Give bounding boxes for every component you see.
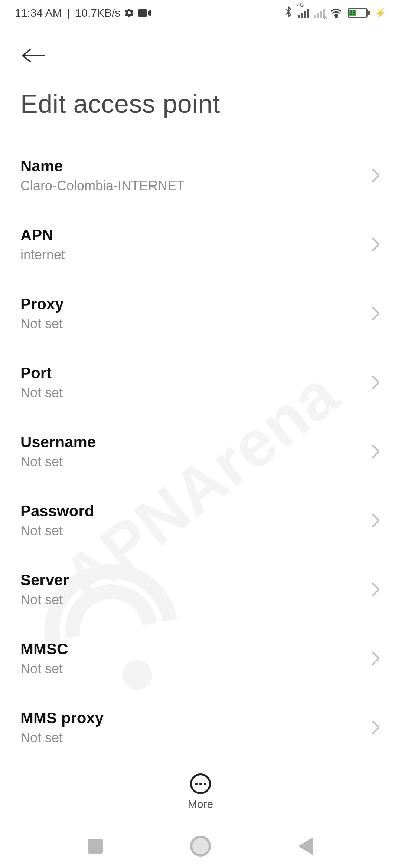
setting-value: internet xyxy=(20,247,65,263)
setting-label: Server xyxy=(20,571,69,589)
setting-item-server[interactable]: Server Not set xyxy=(20,555,381,624)
svg-point-1 xyxy=(335,16,337,18)
signal-sim1-icon: 4G xyxy=(298,8,309,18)
status-bar: 11:34 AM | 10.7KB/s 4G ✕ 38 ⚡ xyxy=(0,0,401,26)
nav-recent-button[interactable] xyxy=(88,839,103,854)
back-button[interactable] xyxy=(20,48,381,63)
bluetooth-icon xyxy=(284,6,293,20)
setting-value: Not set xyxy=(20,592,69,608)
setting-label: Password xyxy=(20,502,94,520)
battery-icon: 38 xyxy=(348,8,370,18)
nav-back-button[interactable] xyxy=(298,837,313,855)
status-separator: | xyxy=(67,7,70,19)
setting-label: APN xyxy=(20,226,65,244)
chevron-right-icon xyxy=(371,237,381,252)
setting-value: Not set xyxy=(20,730,104,746)
status-time: 11:34 AM xyxy=(15,7,62,19)
svg-rect-0 xyxy=(138,9,147,17)
settings-list: Name Claro-Colombia-INTERNET APN interne… xyxy=(0,141,401,762)
chevron-right-icon xyxy=(371,651,381,666)
chevron-right-icon xyxy=(371,582,381,597)
signal-sim2-icon: ✕ xyxy=(314,8,325,18)
gear-icon xyxy=(124,8,134,18)
more-label: More xyxy=(188,798,213,811)
setting-item-name[interactable]: Name Claro-Colombia-INTERNET xyxy=(20,141,381,210)
setting-label: Name xyxy=(20,157,185,175)
chevron-right-icon xyxy=(371,513,381,528)
setting-item-password[interactable]: Password Not set xyxy=(20,486,381,555)
more-icon xyxy=(190,773,211,794)
setting-label: MMS proxy xyxy=(20,709,104,727)
chevron-right-icon xyxy=(371,375,381,390)
status-network-speed: 10.7KB/s xyxy=(75,7,121,19)
wifi-icon xyxy=(330,8,342,18)
setting-value: Not set xyxy=(20,661,68,677)
page-title: Edit access point xyxy=(0,74,401,141)
setting-item-apn[interactable]: APN internet xyxy=(20,210,381,279)
setting-item-username[interactable]: Username Not set xyxy=(20,417,381,486)
nav-home-button[interactable] xyxy=(190,836,211,857)
chevron-right-icon xyxy=(371,720,381,735)
setting-item-mmsc[interactable]: MMSC Not set xyxy=(20,624,381,693)
chevron-right-icon xyxy=(371,444,381,459)
setting-label: Port xyxy=(20,364,63,382)
setting-value: Not set xyxy=(20,454,96,470)
setting-label: Proxy xyxy=(20,295,64,313)
setting-item-proxy[interactable]: Proxy Not set xyxy=(20,279,381,348)
setting-label: MMSC xyxy=(20,640,68,658)
setting-value: Not set xyxy=(20,385,63,401)
setting-value: Claro-Colombia-INTERNET xyxy=(20,178,185,194)
charging-icon: ⚡ xyxy=(375,8,386,18)
more-button[interactable]: More xyxy=(0,773,401,811)
setting-value: Not set xyxy=(20,523,94,539)
camera-icon xyxy=(138,9,151,17)
nav-bar xyxy=(0,824,401,868)
setting-item-port[interactable]: Port Not set xyxy=(20,348,381,417)
setting-item-mms-proxy[interactable]: MMS proxy Not set xyxy=(20,693,381,762)
chevron-right-icon xyxy=(371,168,381,183)
setting-value: Not set xyxy=(20,316,64,332)
setting-label: Username xyxy=(20,433,96,451)
chevron-right-icon xyxy=(371,306,381,321)
